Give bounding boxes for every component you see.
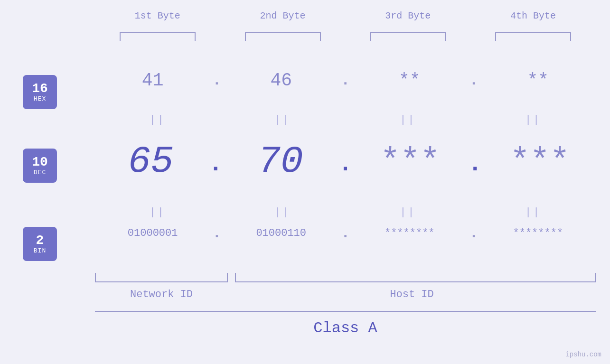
id-labels: Network ID Host ID xyxy=(95,289,596,300)
byte-labels: 1st Byte 2nd Byte 3rd Byte 4th Byte xyxy=(95,10,596,21)
dec-dot-1: . xyxy=(206,146,225,177)
bin-val-2: 01000110 xyxy=(224,227,339,239)
byte-label-2: 2nd Byte xyxy=(220,10,346,21)
watermark: ipshu.com xyxy=(565,351,601,358)
dec-val-3: *** xyxy=(355,143,466,180)
class-top-line xyxy=(95,311,596,312)
page-container: 16 HEX 10 DEC 2 BIN 1st Byte 2nd Byte 3r… xyxy=(0,0,610,364)
bracket-2 xyxy=(220,32,346,41)
top-brackets xyxy=(95,32,596,41)
equals-row-2: || || || || xyxy=(95,206,596,218)
bin-badge: 2 BIN xyxy=(23,227,57,261)
bin-row: 01000001 . 01000110 . ******** . *******… xyxy=(95,224,596,242)
bracket-3 xyxy=(346,32,471,41)
bin-val-3: ******** xyxy=(352,227,467,239)
eq2-1: || xyxy=(95,206,220,218)
bracket-4 xyxy=(470,32,596,41)
byte-label-3: 3rd Byte xyxy=(346,10,471,21)
dec-val-1: 65 xyxy=(95,140,206,183)
dec-num: 10 xyxy=(32,156,48,169)
dec-badge: 10 DEC xyxy=(23,149,57,183)
dec-dot-2: . xyxy=(336,146,354,177)
hex-row: 41 . 46 . ** . ** xyxy=(95,70,596,91)
bottom-bracket-area xyxy=(95,268,596,282)
bin-dot-3: . xyxy=(467,224,480,242)
dec-dot-3: . xyxy=(466,146,484,177)
bracket-line-1 xyxy=(120,32,196,41)
hex-badge: 16 HEX xyxy=(23,75,57,109)
eq1-2: || xyxy=(220,114,346,126)
bin-val-1: 01000001 xyxy=(95,227,210,239)
bracket-line-4 xyxy=(495,32,571,41)
class-text: Class A xyxy=(95,319,596,337)
hex-val-2: 46 xyxy=(224,70,339,91)
hex-dot-2: . xyxy=(339,72,352,89)
hex-num: 16 xyxy=(32,82,48,95)
equals-row-1: || || || || xyxy=(95,114,596,126)
eq1-4: || xyxy=(470,114,596,126)
byte-label-4: 4th Byte xyxy=(470,10,596,21)
host-id-label: Host ID xyxy=(228,289,596,300)
bracket-line-2 xyxy=(245,32,321,41)
network-bracket xyxy=(95,273,228,282)
host-bracket xyxy=(235,273,596,282)
hex-label: HEX xyxy=(34,95,46,103)
bin-num: 2 xyxy=(36,234,44,247)
bracket-1 xyxy=(95,32,220,41)
hex-dot-1: . xyxy=(210,72,223,89)
eq1-3: || xyxy=(346,114,471,126)
eq2-2: || xyxy=(220,206,346,218)
bin-dot-2: . xyxy=(339,224,352,242)
hex-val-4: ** xyxy=(480,70,596,91)
bin-dot-1: . xyxy=(210,224,223,242)
bin-label: BIN xyxy=(34,247,46,254)
bin-val-4: ******** xyxy=(480,227,596,239)
dec-val-2: 70 xyxy=(225,140,336,183)
eq1-1: || xyxy=(95,114,220,126)
hex-val-1: 41 xyxy=(95,70,210,91)
byte-label-1: 1st Byte xyxy=(95,10,220,21)
bracket-line-3 xyxy=(370,32,446,41)
dec-val-4: *** xyxy=(484,143,596,180)
hex-val-3: ** xyxy=(352,70,467,91)
dec-label: DEC xyxy=(34,169,46,176)
hex-dot-3: . xyxy=(467,72,480,89)
eq2-4: || xyxy=(470,206,596,218)
dec-row: 65 . 70 . *** . *** xyxy=(95,140,596,183)
eq2-3: || xyxy=(346,206,471,218)
network-id-label: Network ID xyxy=(95,289,228,300)
class-label-area: Class A xyxy=(95,311,596,337)
